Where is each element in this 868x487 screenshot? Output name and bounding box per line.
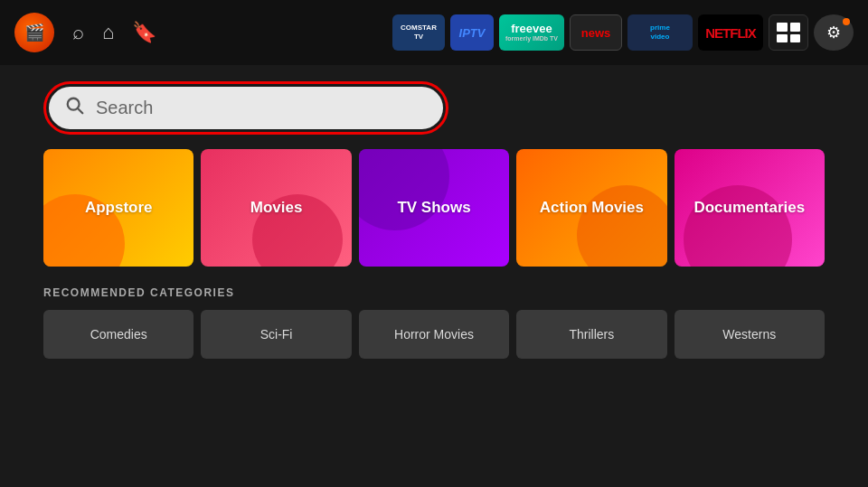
freevee-label: freevee bbox=[511, 23, 552, 35]
tile-movies-label: Movies bbox=[250, 199, 303, 217]
rec-scifi-label: Sci-Fi bbox=[260, 327, 293, 342]
home-icon[interactable]: ⌂ bbox=[102, 21, 114, 44]
recommended-title: RECOMMENDED CATEGORIES bbox=[43, 286, 825, 299]
tiles-grid: Appstore Movies TV Shows Action Movies D… bbox=[43, 149, 825, 267]
tile-documentaries[interactable]: Documentaries bbox=[675, 149, 825, 267]
tile-tvshows-label: TV Shows bbox=[397, 199, 470, 217]
tile-movies[interactable]: Movies bbox=[201, 149, 351, 267]
avatar[interactable]: 🎬 bbox=[14, 13, 54, 52]
rec-tile-horror[interactable]: Horror Movies bbox=[359, 310, 509, 359]
iptv-channel[interactable]: IPTV bbox=[450, 14, 494, 51]
news-label: news bbox=[581, 26, 611, 40]
comstar-label: COMSTARTV bbox=[401, 23, 437, 41]
tile-documentaries-label: Documentaries bbox=[693, 199, 805, 217]
channel-buttons: COMSTARTV IPTV freevee formerly IMDb TV … bbox=[392, 14, 854, 51]
category-tiles-section: Appstore Movies TV Shows Action Movies D… bbox=[0, 149, 868, 267]
tile-appstore-label: Appstore bbox=[85, 199, 153, 217]
search-placeholder-text: Search bbox=[96, 98, 153, 118]
netflix-label: NETFLIX bbox=[705, 25, 756, 41]
iptv-label: IPTV bbox=[459, 26, 486, 40]
gear-icon: ⚙ bbox=[826, 23, 841, 42]
prime-channel[interactable]: primevideo bbox=[627, 14, 693, 51]
news-channel[interactable]: news bbox=[570, 14, 622, 51]
search-nav-icon[interactable]: ⌕ bbox=[72, 21, 84, 44]
rec-horror-label: Horror Movies bbox=[394, 327, 474, 342]
tile-action-movies[interactable]: Action Movies bbox=[516, 149, 666, 267]
freevee-sub: formerly IMDb TV bbox=[505, 35, 558, 42]
tile-tvshows[interactable]: TV Shows bbox=[359, 149, 509, 267]
recommended-section: RECOMMENDED CATEGORIES Comedies Sci-Fi H… bbox=[0, 286, 868, 359]
search-icon bbox=[65, 96, 85, 120]
rec-westerns-label: Westerns bbox=[722, 327, 776, 342]
settings-button[interactable]: ⚙ bbox=[814, 14, 854, 51]
tile-appstore[interactable]: Appstore bbox=[43, 149, 193, 267]
netflix-channel[interactable]: NETFLIX bbox=[698, 14, 763, 51]
rec-tile-comedies[interactable]: Comedies bbox=[43, 310, 193, 359]
svg-line-1 bbox=[78, 108, 82, 113]
comstar-channel[interactable]: COMSTARTV bbox=[392, 14, 445, 51]
rec-tile-thrillers[interactable]: Thrillers bbox=[516, 310, 666, 359]
rec-comedies-label: Comedies bbox=[90, 327, 147, 342]
search-wrapper: Search bbox=[43, 81, 448, 135]
rec-thrillers-label: Thrillers bbox=[570, 327, 615, 342]
grid-icon[interactable] bbox=[769, 14, 808, 51]
top-navigation: 🎬 ⌕ ⌂ 🔖 COMSTARTV IPTV freevee formerly … bbox=[0, 0, 868, 65]
search-section: Search bbox=[0, 65, 868, 149]
bookmark-icon[interactable]: 🔖 bbox=[132, 21, 156, 44]
rec-tile-scifi[interactable]: Sci-Fi bbox=[201, 310, 351, 359]
recommended-grid: Comedies Sci-Fi Horror Movies Thrillers … bbox=[43, 310, 825, 359]
settings-notification-dot bbox=[843, 18, 850, 25]
search-bar[interactable]: Search bbox=[49, 87, 443, 129]
freevee-channel[interactable]: freevee formerly IMDb TV bbox=[499, 14, 564, 51]
tile-action-label: Action Movies bbox=[540, 199, 644, 217]
rec-tile-westerns[interactable]: Westerns bbox=[675, 310, 825, 359]
nav-left-icons: 🎬 ⌕ ⌂ 🔖 bbox=[14, 13, 156, 52]
prime-label: primevideo bbox=[650, 23, 670, 42]
